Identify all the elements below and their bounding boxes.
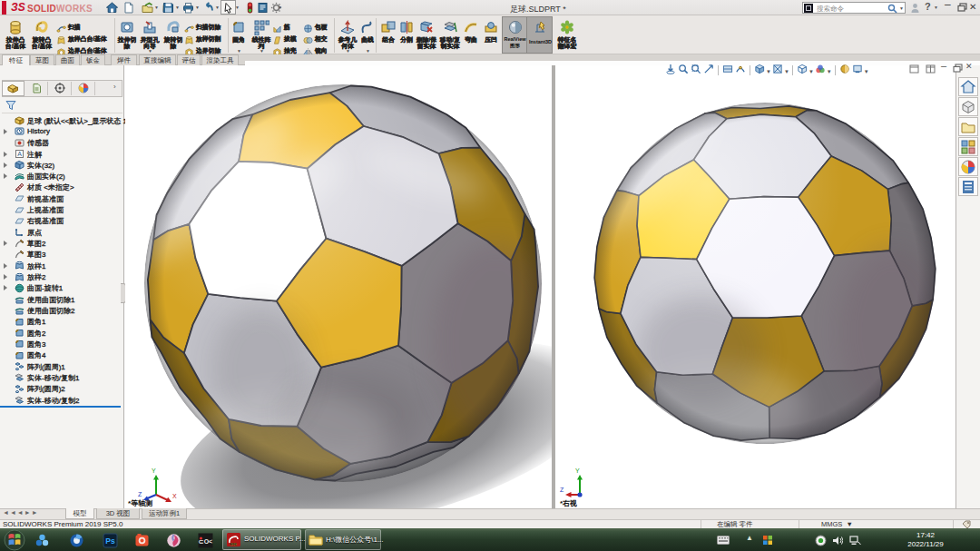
svg-text:Y: Y [152, 467, 156, 474]
svg-text:X: X [172, 493, 177, 499]
svg-text:Z: Z [138, 491, 142, 497]
svg-text:2019: 2019 [230, 543, 237, 546]
svg-text:Z: Z [560, 487, 564, 493]
svg-text:A: A [17, 151, 22, 157]
svg-text:Y: Y [575, 467, 580, 474]
svg-text:Ps: Ps [105, 536, 115, 546]
